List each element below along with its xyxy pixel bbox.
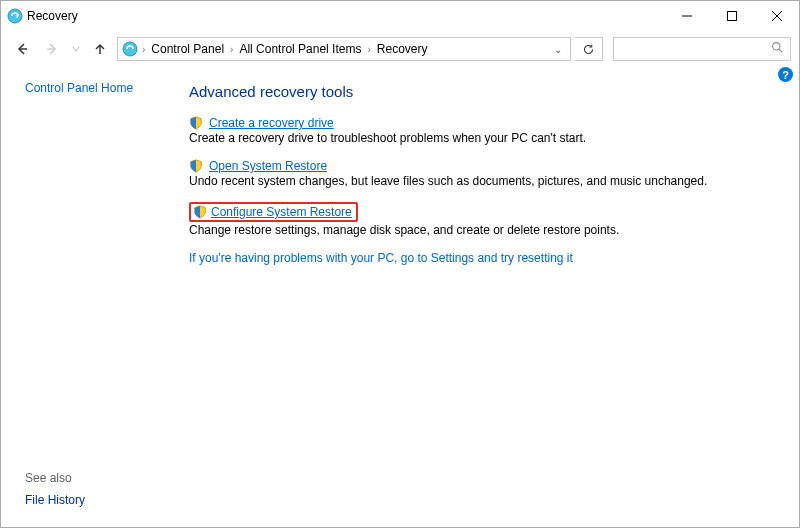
window-controls [664,1,799,31]
forward-arrow-icon [45,42,59,56]
forward-button[interactable] [39,36,65,62]
address-dropdown[interactable]: ⌄ [548,44,568,55]
search-icon [771,41,784,57]
svg-point-8 [123,42,137,56]
shield-icon [189,159,203,173]
breadcrumb-all-items[interactable]: All Control Panel Items [235,42,365,56]
create-recovery-drive-link[interactable]: Create a recovery drive [209,116,334,130]
tool-open-system-restore: Open System Restore Undo recent system c… [189,159,779,188]
minimize-button[interactable] [664,1,709,31]
up-arrow-icon [93,42,107,56]
shield-icon [189,116,203,130]
back-button[interactable] [9,36,35,62]
chevron-down-icon [72,45,80,53]
svg-rect-2 [727,12,736,21]
main-panel: ? Advanced recovery tools Create a recov… [181,67,799,527]
page-heading: Advanced recovery tools [189,83,779,100]
tool-desc: Create a recovery drive to troubleshoot … [189,131,779,145]
recent-dropdown[interactable] [69,36,83,62]
svg-line-10 [779,49,782,52]
svg-point-0 [8,9,22,23]
maximize-icon [727,11,737,21]
reset-pc-link[interactable]: If you're having problems with your PC, … [189,251,779,265]
refresh-icon [582,43,595,56]
breadcrumb-control-panel[interactable]: Control Panel [147,42,228,56]
help-icon[interactable]: ? [778,67,793,82]
tool-configure-system-restore: Configure System Restore Change restore … [189,202,779,237]
content-area: Control Panel Home See also File History… [1,67,799,527]
close-icon [772,11,782,21]
see-also-label: See also [25,471,85,485]
app-icon [7,8,23,24]
toolbar: › Control Panel › All Control Panel Item… [1,31,799,67]
up-button[interactable] [87,36,113,62]
search-box[interactable] [613,37,791,61]
sidebar: Control Panel Home See also File History [1,67,181,527]
titlebar: Recovery [1,1,799,31]
configure-system-restore-link[interactable]: Configure System Restore [211,205,352,219]
tool-desc: Change restore settings, manage disk spa… [189,223,779,237]
file-history-link[interactable]: File History [25,493,85,507]
tool-create-recovery-drive: Create a recovery drive Create a recover… [189,116,779,145]
svg-point-9 [773,43,780,50]
location-icon [120,41,140,57]
refresh-button[interactable] [575,37,603,61]
sidebar-see-also: See also File History [25,471,85,513]
crumb-sep: › [140,44,147,55]
shield-icon [193,205,207,219]
crumb-sep: › [365,44,372,55]
back-arrow-icon [15,42,29,56]
close-button[interactable] [754,1,799,31]
minimize-icon [682,11,692,21]
window-title: Recovery [27,9,78,23]
maximize-button[interactable] [709,1,754,31]
tool-desc: Undo recent system changes, but leave fi… [189,174,779,188]
highlighted-box: Configure System Restore [189,202,358,222]
sidebar-home-link[interactable]: Control Panel Home [25,81,173,95]
breadcrumb-recovery[interactable]: Recovery [373,42,432,56]
crumb-sep: › [228,44,235,55]
address-bar[interactable]: › Control Panel › All Control Panel Item… [117,37,571,61]
open-system-restore-link[interactable]: Open System Restore [209,159,327,173]
